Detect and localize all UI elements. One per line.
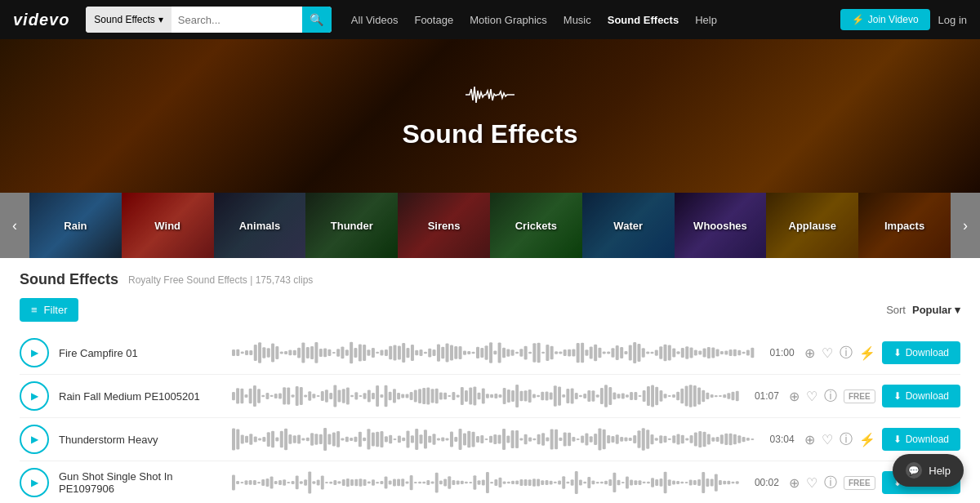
waveform-2[interactable] [232,383,740,409]
svg-rect-151 [363,393,367,398]
play-button-4[interactable]: ▶ [20,468,49,497]
svg-rect-477 [727,481,730,485]
waveform-1[interactable] [232,340,755,366]
category-prev-arrow[interactable]: ‹ [0,193,29,258]
svg-rect-400 [401,479,404,487]
svg-rect-18 [310,346,314,359]
category-whooshes[interactable]: Whooshes [675,193,767,258]
like-button-2[interactable]: ♡ [806,389,817,404]
svg-rect-308 [528,437,532,441]
svg-rect-435 [550,481,553,485]
track-duration-2: 01:07 [750,390,779,402]
svg-rect-55 [472,352,475,354]
svg-rect-166 [426,388,430,405]
category-sirens[interactable]: Sirens [398,193,490,258]
svg-rect-92 [633,342,636,363]
svg-rect-469 [693,480,697,485]
svg-rect-194 [546,392,549,401]
category-water[interactable]: Water [582,193,675,258]
track-title-1: Fire Campfire 01 [59,347,222,359]
play-button-2[interactable]: ▶ [20,381,49,411]
nav-footage[interactable]: Footage [414,14,453,26]
category-next-arrow[interactable]: › [951,193,980,258]
info-button-4[interactable]: ⓘ [824,474,837,492]
add-button-1[interactable]: ⊕ [804,345,815,361]
category-thunder[interactable]: Thunder [305,193,398,258]
download-button-2[interactable]: ⬇ Download [882,385,960,407]
svg-rect-399 [397,479,400,487]
info-icon: ⓘ [840,345,853,362]
svg-rect-444 [587,477,590,488]
play-button-1[interactable]: ▶ [20,338,49,367]
svg-rect-246 [258,438,261,441]
svg-rect-367 [261,479,265,486]
svg-rect-134 [292,394,295,398]
filter-button[interactable]: ≡ Filter [20,298,78,322]
chat-bubble[interactable]: 💬 Help [893,454,964,487]
add-button-3[interactable]: ⊕ [804,432,815,447]
svg-rect-383 [329,482,332,484]
svg-rect-441 [575,471,578,494]
svg-rect-153 [372,393,375,399]
sort-value[interactable]: Popular ▾ [912,304,960,316]
svg-rect-93 [637,344,640,362]
svg-rect-51 [454,346,457,359]
svg-rect-228 [689,385,693,407]
category-impacts[interactable]: Impacts [858,193,951,258]
like-button-3[interactable]: ♡ [822,432,833,447]
nav-motion-graphics[interactable]: Motion Graphics [470,14,547,26]
nav-sound-effects[interactable]: Sound Effects [608,14,679,26]
category-crickets[interactable]: Crickets [490,193,582,258]
category-rain[interactable]: Rain [29,193,122,258]
svg-rect-87 [611,348,614,357]
svg-rect-434 [546,480,549,485]
svg-rect-145 [338,390,341,403]
waveform-3[interactable] [232,426,755,452]
svg-rect-261 [323,428,327,451]
svg-rect-112 [720,351,724,354]
info-button-2[interactable]: ⓘ [824,388,837,405]
like-button-1[interactable]: ♡ [822,345,833,361]
add-button-4[interactable]: ⊕ [789,475,800,491]
download-button-3[interactable]: ⬇ Download [882,428,960,451]
logo[interactable]: videvo [13,11,69,29]
category-animals[interactable]: Animals [214,193,306,258]
info-button-1[interactable]: ⓘ [840,345,853,362]
filter-bar: ≡ Filter Sort Popular ▾ [20,298,960,322]
svg-rect-104 [685,346,688,358]
nav-all-videos[interactable]: All Videos [351,14,399,26]
svg-rect-71 [541,352,545,354]
nav-music[interactable]: Music [564,14,591,26]
nav-help[interactable]: Help [695,14,717,26]
category-applause[interactable]: Applause [766,193,858,258]
svg-rect-370 [274,481,278,484]
svg-rect-5 [254,345,257,361]
svg-rect-214 [630,392,633,400]
download-icon: ⬇ [893,347,902,358]
play-button-3[interactable]: ▶ [20,425,49,454]
svg-rect-359 [751,438,754,440]
svg-rect-75 [559,351,562,354]
svg-rect-422 [494,479,497,486]
svg-rect-124 [249,389,252,403]
search-button[interactable]: 🔍 [302,7,332,33]
svg-rect-397 [389,481,392,485]
search-input[interactable] [172,7,302,33]
info-button-3[interactable]: ⓘ [840,431,853,448]
svg-rect-403 [414,482,417,483]
like-button-4[interactable]: ♡ [806,475,817,491]
waveform-4[interactable] [232,470,740,496]
svg-rect-0 [232,349,235,356]
category-wind[interactable]: Wind [122,193,214,258]
search-dropdown[interactable]: Sound Effects ▾ [86,7,172,33]
svg-rect-461 [660,479,663,487]
track-duration-3: 03:04 [765,434,795,445]
login-button[interactable]: Log in [938,14,967,26]
join-button[interactable]: ⚡ Join Videvo [840,9,930,30]
svg-rect-341 [672,435,675,443]
svg-rect-40 [406,348,409,358]
svg-rect-38 [398,345,401,359]
download-button-1[interactable]: ⬇ Download [882,341,960,364]
svg-rect-23 [332,352,336,354]
add-button-2[interactable]: ⊕ [789,389,800,404]
